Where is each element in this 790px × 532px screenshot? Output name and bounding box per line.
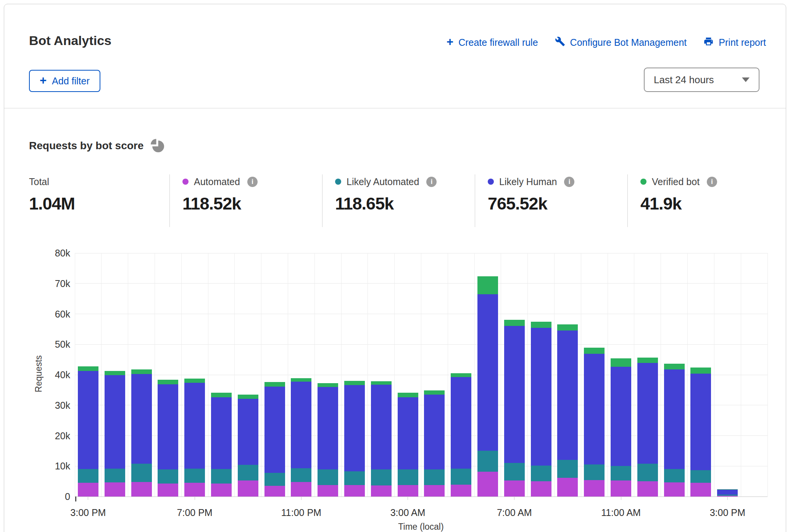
bar-segment-likely-automated bbox=[344, 471, 365, 485]
bar-segment-likely-automated bbox=[158, 469, 178, 484]
pie-chart-icon bbox=[150, 139, 164, 153]
bar-9[interactable] bbox=[291, 378, 311, 497]
gridline-vertical bbox=[767, 253, 768, 497]
stat-likely-human-value: 765.52k bbox=[488, 194, 625, 214]
stat-total-value: 1.04M bbox=[29, 194, 166, 214]
bar-2[interactable] bbox=[105, 371, 125, 497]
plus-icon: + bbox=[40, 74, 47, 86]
bar-segment-likely-automated bbox=[424, 469, 445, 485]
time-range-select[interactable]: Last 24 hours bbox=[644, 68, 759, 92]
gridline-vertical bbox=[234, 253, 235, 497]
bar-segment-verified-bot bbox=[557, 324, 578, 331]
bar-7[interactable] bbox=[238, 395, 258, 497]
bar-segment-verified-bot bbox=[158, 380, 178, 384]
gridline-horizontal bbox=[75, 283, 767, 284]
gridline-vertical bbox=[741, 253, 741, 497]
y-tick-label: 80k bbox=[32, 247, 70, 259]
bar-11[interactable] bbox=[344, 381, 365, 497]
bar-4[interactable] bbox=[158, 380, 178, 497]
bar-10[interactable] bbox=[318, 383, 338, 497]
bar-15[interactable] bbox=[451, 373, 471, 497]
bar-segment-likely-automated bbox=[371, 469, 392, 485]
bar-1[interactable] bbox=[78, 366, 98, 497]
bar-segment-likely-human bbox=[584, 354, 605, 464]
bar-segment-likely-automated bbox=[105, 469, 125, 483]
bar-segment-likely-automated bbox=[238, 465, 258, 480]
bar-14[interactable] bbox=[424, 390, 445, 497]
likely-automated-legend-dot bbox=[335, 179, 341, 185]
bar-segment-automated bbox=[238, 480, 258, 497]
bar-segment-automated bbox=[264, 486, 285, 497]
bar-segment-likely-human bbox=[398, 397, 418, 469]
info-icon[interactable]: i bbox=[247, 177, 258, 187]
gridline-vertical bbox=[714, 253, 714, 497]
bar-13[interactable] bbox=[398, 393, 418, 497]
create-firewall-rule-label: Create firewall rule bbox=[458, 37, 538, 48]
gridline-vertical bbox=[608, 253, 608, 497]
info-icon[interactable]: i bbox=[426, 177, 437, 187]
automated-legend-dot bbox=[182, 179, 189, 185]
bar-22[interactable] bbox=[637, 358, 658, 497]
x-tick-label: 3:00 AM bbox=[370, 507, 446, 518]
bar-12[interactable] bbox=[371, 381, 392, 497]
y-tick-label: 70k bbox=[32, 277, 70, 290]
bar-25[interactable] bbox=[717, 489, 738, 497]
add-filter-button[interactable]: + Add filter bbox=[29, 70, 100, 92]
bar-23[interactable] bbox=[664, 364, 685, 497]
bar-segment-likely-automated bbox=[531, 466, 551, 481]
bar-16[interactable] bbox=[477, 276, 498, 497]
bar-segment-verified-bot bbox=[451, 373, 471, 377]
bar-3[interactable] bbox=[131, 369, 152, 497]
y-axis-title: Requests bbox=[34, 343, 44, 405]
bar-19[interactable] bbox=[557, 324, 578, 497]
header-actions: + Create firewall rule Configure Bot Man… bbox=[447, 36, 766, 49]
gridline-vertical bbox=[341, 253, 342, 497]
y-tick-label: 60k bbox=[32, 308, 70, 320]
create-firewall-rule-link[interactable]: + Create firewall rule bbox=[447, 37, 538, 48]
bar-segment-verified-bot bbox=[291, 378, 311, 382]
bar-segment-likely-human bbox=[131, 374, 152, 464]
bar-segment-verified-bot bbox=[611, 358, 631, 367]
gridline-vertical bbox=[208, 253, 208, 497]
bar-segment-likely-human bbox=[531, 328, 551, 465]
bar-8[interactable] bbox=[264, 382, 285, 497]
bar-segment-verified-bot bbox=[424, 390, 445, 395]
bar-18[interactable] bbox=[531, 322, 551, 497]
bar-segment-automated bbox=[131, 482, 152, 497]
x-tick bbox=[195, 497, 195, 500]
info-icon[interactable]: i bbox=[564, 177, 574, 187]
bar-segment-automated bbox=[477, 472, 498, 497]
bar-segment-likely-automated bbox=[211, 469, 232, 483]
stat-divider bbox=[627, 174, 628, 227]
bar-segment-verified-bot bbox=[398, 393, 418, 397]
bar-segment-automated bbox=[344, 485, 365, 497]
bar-17[interactable] bbox=[504, 320, 525, 497]
bar-segment-verified-bot bbox=[664, 364, 685, 369]
bar-segment-automated bbox=[690, 483, 711, 497]
bar-5[interactable] bbox=[184, 379, 205, 497]
bar-6[interactable] bbox=[211, 393, 232, 497]
gridline-vertical bbox=[155, 253, 155, 497]
gridline-vertical bbox=[527, 253, 528, 497]
print-report-link[interactable]: Print report bbox=[703, 36, 766, 49]
configure-bot-management-link[interactable]: Configure Bot Management bbox=[555, 36, 687, 49]
bar-segment-likely-automated bbox=[637, 464, 658, 481]
stat-divider bbox=[475, 174, 475, 227]
bar-segment-automated bbox=[611, 480, 631, 497]
bar-segment-verified-bot bbox=[504, 320, 525, 326]
bar-segment-likely-human bbox=[611, 367, 631, 466]
y-axis-zero-tick bbox=[75, 497, 76, 501]
bar-20[interactable] bbox=[584, 348, 605, 497]
bar-segment-automated bbox=[184, 483, 205, 497]
stat-automated-label: Automated bbox=[194, 176, 240, 187]
bar-segment-automated bbox=[557, 478, 578, 497]
x-tick bbox=[408, 497, 408, 500]
bar-21[interactable] bbox=[611, 358, 631, 497]
print-report-label: Print report bbox=[719, 37, 766, 48]
likely-human-legend-dot bbox=[488, 179, 494, 185]
configure-bot-management-label: Configure Bot Management bbox=[570, 37, 687, 48]
x-axis-title: Time (local) bbox=[364, 522, 478, 532]
info-icon[interactable]: i bbox=[707, 177, 717, 187]
bar-segment-automated bbox=[504, 480, 525, 497]
bar-24[interactable] bbox=[690, 368, 711, 497]
